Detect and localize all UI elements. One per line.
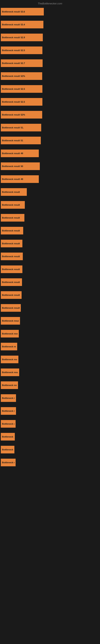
bar: Bottleneck r	[1, 407, 16, 415]
bar-label: Bottleneck result	[2, 10, 20, 13]
bar-row: Bottleneck result	[0, 290, 100, 300]
bar-row: Bottleneck result	[0, 238, 100, 249]
bar: Bottleneck result	[1, 240, 22, 247]
bar-label: Bottleneck result	[2, 100, 20, 103]
bar: Bottleneck result52%	[1, 72, 42, 80]
bar-row: Bottleneck result	[0, 212, 100, 223]
bar-label: Bottleneck result	[2, 371, 18, 374]
bar-label: Bottleneck result	[2, 294, 20, 296]
bar-row: Bottleneck result	[0, 277, 100, 288]
bar-row: Bottleneck result	[0, 251, 100, 262]
bar-container: Bottleneck result49	[1, 149, 99, 158]
bar: Bottleneck result51	[1, 137, 41, 144]
bar-row: Bottleneck result53.6	[0, 6, 100, 17]
bar: Bottleneck result	[1, 188, 27, 196]
bar: Bottleneck	[1, 433, 15, 440]
bar-row: Bottleneck r	[0, 406, 100, 416]
bar-label: Bottleneck result	[2, 165, 20, 168]
bar-value: 52%	[21, 75, 25, 77]
bar: Bottleneck result	[1, 227, 23, 234]
site-header: TheBottlenecker.com	[0, 0, 100, 6]
bar-value: 52.7	[21, 62, 25, 64]
bar-row: Bottleneck result	[0, 303, 100, 313]
bar-row: Bottleneck resul	[0, 328, 100, 339]
bar-row: Bottleneck result51.	[0, 122, 100, 133]
bar-container: Bottleneck result	[1, 368, 99, 377]
bar-label: Bottleneck result	[2, 62, 20, 64]
bar-container: Bottleneck result49	[1, 175, 99, 184]
bar: Bottleneck result52%	[1, 111, 42, 118]
bar: Bottleneck result	[1, 291, 22, 299]
bar-row: Bottleneck result51	[0, 135, 100, 146]
bar: Bottleneck result	[1, 317, 20, 324]
bar-label: Bottleneck result	[2, 320, 19, 322]
bar: Bottleneck result	[1, 266, 22, 273]
bar-container: Bottleneck result52%	[1, 72, 99, 80]
bar-value: 49	[21, 152, 23, 154]
bar-row: Bottleneck result	[0, 226, 100, 236]
bar-container: Bottleneck result	[1, 239, 99, 248]
bar-row: Bottleneck result	[0, 316, 100, 326]
bar-container: Bottleneck result	[1, 213, 99, 222]
bar-value: 52.9	[21, 36, 25, 39]
bar-row: Bottleneck r	[0, 418, 100, 429]
bar-container: Bottleneck result52.5	[1, 98, 99, 106]
bar: Bottleneck r	[1, 420, 16, 428]
bar-row: Bottleneck result	[0, 200, 100, 210]
bar-label: Bottleneck result	[2, 216, 20, 219]
bar: Bottleneck result	[1, 214, 24, 222]
bar: Bottleneck result53.4	[1, 21, 43, 28]
bar-label: Bottleneck result	[2, 230, 20, 232]
bar-label: Bottleneck result	[2, 281, 20, 283]
bar: Bottleneck result52.5	[1, 85, 42, 93]
bar-label: Bottleneck result	[2, 242, 20, 245]
bar: Bottleneck	[1, 446, 14, 454]
bar-row: Bottleneck r	[0, 457, 100, 468]
bar-row: Bottleneck	[0, 444, 100, 455]
bar-label: Bottleneck r	[2, 410, 15, 412]
bar-label: Bottleneck result	[2, 114, 20, 116]
bar-label: Bottleneck result	[2, 139, 20, 142]
bar-label: Bottleneck resul	[2, 332, 18, 335]
bars-container: Bottleneck result53.6Bottleneck result53…	[0, 6, 100, 470]
bar-label: Bottleneck r	[2, 397, 15, 399]
bar-row: Bottleneck resul	[0, 354, 100, 365]
bar-row: Bottleneck resul	[0, 380, 100, 390]
bar-container: Bottleneck result52.5	[1, 46, 99, 55]
bar: Bottleneck result52.5	[1, 46, 42, 54]
bar-container: Bottleneck r	[1, 406, 99, 416]
bar: Bottleneck result	[1, 201, 25, 209]
bar: Bottleneck result49	[1, 150, 39, 157]
bar-container: Bottleneck result52.7	[1, 59, 99, 68]
bar-container: Bottleneck result	[1, 265, 99, 274]
bar: Bottleneck re	[1, 343, 17, 350]
bar-label: Bottleneck	[2, 436, 13, 438]
bar: Bottleneck resul	[1, 356, 18, 363]
bar-label: Bottleneck resul	[2, 358, 17, 361]
bar-value: 53.4	[21, 23, 25, 26]
site-title: TheBottlenecker.com	[38, 2, 62, 5]
bar-value: 53.6	[21, 10, 25, 13]
bar-row: Bottleneck result	[0, 187, 100, 197]
bar-row: Bottleneck	[0, 432, 100, 442]
bar: Bottleneck result	[1, 252, 23, 260]
bar-label: Bottleneck result	[2, 75, 20, 77]
bar-label: Bottleneck result	[2, 23, 20, 26]
bar-row: Bottleneck result52%	[0, 110, 100, 120]
bar-container: Bottleneck result	[1, 226, 99, 235]
bar: Bottleneck result49	[1, 175, 39, 183]
bar-label: Bottleneck resul	[2, 384, 17, 386]
bar: Bottleneck result52.5	[1, 98, 42, 106]
bar-container: Bottleneck resul	[1, 381, 99, 390]
bar-container: Bottleneck result50	[1, 162, 99, 171]
bar-row: Bottleneck result53.4	[0, 19, 100, 30]
bar-label: Bottleneck result	[2, 88, 20, 90]
bar-container: Bottleneck result	[1, 316, 99, 325]
bar-container: Bottleneck resul	[1, 355, 99, 364]
bar-container: Bottleneck result	[1, 304, 99, 312]
bar-row: Bottleneck result52.5	[0, 96, 100, 107]
bar-container: Bottleneck result	[1, 188, 99, 196]
bar-container: Bottleneck result52%	[1, 110, 99, 119]
bar-label: Bottleneck result	[2, 49, 20, 52]
bar-label: Bottleneck re	[2, 345, 16, 348]
